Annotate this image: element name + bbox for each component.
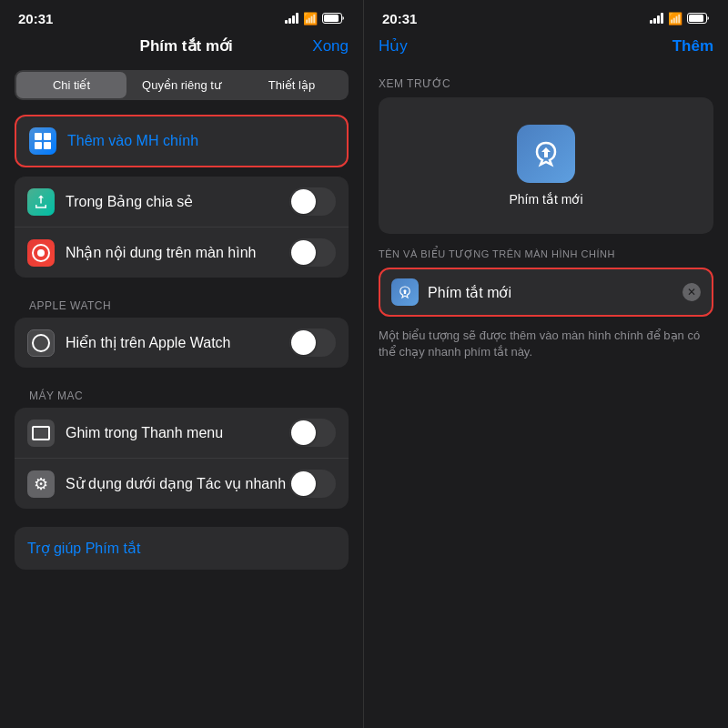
apple-watch-label: Hiển thị trên Apple Watch xyxy=(66,334,289,351)
right-panel: 20:31 📶 Hủy Thêm XEM TRƯỚC xyxy=(364,0,728,728)
help-link[interactable]: Trợ giúp Phím tắt xyxy=(15,527,349,570)
svg-rect-3 xyxy=(689,15,703,22)
watch-circle-icon xyxy=(32,334,50,352)
share-toggle[interactable] xyxy=(289,187,336,216)
name-input-field[interactable] xyxy=(428,284,673,300)
grid-icon xyxy=(35,133,51,149)
help-link-text: Trợ giúp Phím tắt xyxy=(27,541,140,556)
status-bar-right: 20:31 📶 xyxy=(364,0,728,33)
share-label: Trong Bảng chia sẻ xyxy=(66,193,289,210)
share-group: Trong Bảng chia sẻ Nhận nội dung trên mà… xyxy=(15,177,349,278)
wifi-icon-right: 📶 xyxy=(668,12,682,25)
cancel-button[interactable]: Hủy xyxy=(379,36,408,56)
share-icon xyxy=(27,188,55,216)
left-panel: 20:31 📶 Phím tắt mới Xong Chi tiết Quyền… xyxy=(0,0,364,728)
apple-watch-group: Hiển thị trên Apple Watch xyxy=(15,318,349,368)
apple-watch-toggle[interactable] xyxy=(289,329,336,357)
name-input-icon xyxy=(391,278,419,306)
status-icons-left: 📶 xyxy=(285,12,345,25)
screen-record-icon xyxy=(27,239,55,267)
shortcuts-small-svg xyxy=(397,284,413,300)
screen-record-label: Nhận nội dung trên màn hình xyxy=(66,244,289,261)
signal-icon-right xyxy=(650,13,663,24)
monitor-icon xyxy=(27,420,55,447)
screen-record-toggle[interactable] xyxy=(289,238,336,267)
time-right: 20:31 xyxy=(382,11,417,26)
segment-settings[interactable]: Thiết lập xyxy=(237,72,347,98)
gear-symbol: ⚙ xyxy=(34,474,48,494)
preview-app-label: Phím tắt mới xyxy=(509,192,582,207)
menu-bar-toggle[interactable] xyxy=(289,419,336,447)
share-sheet-item[interactable]: Trong Bảng chia sẻ xyxy=(15,177,349,227)
page-title-left: Phím tắt mới xyxy=(140,36,233,56)
svg-rect-1 xyxy=(324,15,339,22)
nav-bar-right: Hủy Thêm xyxy=(364,33,728,63)
share-svg xyxy=(33,194,49,210)
menu-bar-label: Ghim trong Thanh menu xyxy=(66,425,289,441)
homescreen-icon xyxy=(29,127,56,155)
clear-button[interactable]: ✕ xyxy=(682,283,701,301)
time-left: 20:31 xyxy=(18,11,53,26)
quick-action-toggle[interactable] xyxy=(289,470,336,498)
add-button[interactable]: Thêm xyxy=(672,37,713,56)
preview-box: Phím tắt mới xyxy=(379,97,713,234)
shortcuts-svg xyxy=(528,136,564,172)
hint-text: Một biểu tượng sẽ được thêm vào màn hình… xyxy=(379,328,713,360)
mac-group: Ghim trong Thanh menu ⚙ Sử dụng dưới dạn… xyxy=(15,408,349,509)
segment-privacy[interactable]: Quyền riêng tư xyxy=(126,72,237,98)
status-bar-left: 20:31 📶 xyxy=(0,0,363,33)
menu-bar-item[interactable]: Ghim trong Thanh menu xyxy=(15,408,349,458)
status-icons-right: 📶 xyxy=(650,12,710,25)
nav-bar-left: Phím tắt mới Xong xyxy=(0,33,363,63)
segment-control: Chi tiết Quyền riêng tư Thiết lập xyxy=(15,70,349,100)
watch-icon xyxy=(27,329,55,357)
battery-icon xyxy=(322,13,345,24)
quick-action-item[interactable]: ⚙ Sử dụng dưới dạng Tác vụ nhanh xyxy=(15,458,349,509)
battery-icon-right xyxy=(687,13,710,24)
add-to-homescreen-item[interactable]: Thêm vào MH chính xyxy=(15,115,349,167)
record-circle-icon xyxy=(32,244,50,262)
preview-section-label: XEM TRƯỚC xyxy=(364,63,728,97)
apple-watch-section-label: APPLE WATCH xyxy=(0,296,363,318)
signal-icon xyxy=(285,13,298,24)
screen-record-item[interactable]: Nhận nội dung trên màn hình xyxy=(15,227,349,278)
mac-section-label: MÁY MAC xyxy=(0,386,363,408)
wifi-icon: 📶 xyxy=(303,12,318,25)
gear-icon: ⚙ xyxy=(27,470,55,498)
monitor-shape xyxy=(32,426,50,440)
name-section-label: TÊN VÀ BIỂU TƯỢNG TRÊN MÀN HÌNH CHÍNH xyxy=(364,248,728,268)
quick-action-label: Sử dụng dưới dạng Tác vụ nhanh xyxy=(66,475,289,492)
name-input-row[interactable]: ✕ xyxy=(379,268,713,317)
done-button[interactable]: Xong xyxy=(312,37,349,56)
homescreen-label: Thêm vào MH chính xyxy=(67,133,334,149)
segment-details[interactable]: Chi tiết xyxy=(16,72,126,98)
shortcut-app-icon xyxy=(517,125,575,183)
apple-watch-item[interactable]: Hiển thị trên Apple Watch xyxy=(15,318,349,368)
